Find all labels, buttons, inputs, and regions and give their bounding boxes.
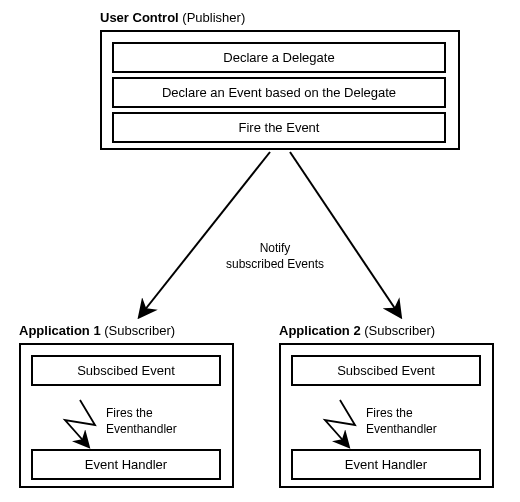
svg-line-0	[140, 152, 270, 316]
sub2-subscribed-event: Subscibed Event	[291, 355, 481, 386]
svg-line-1	[290, 152, 400, 316]
sub2-fire-line1: Fires the	[366, 406, 413, 420]
sub1-fire-label: Fires the Eventhandler	[106, 405, 216, 437]
notify-label: Notify subscribed Events	[195, 240, 355, 272]
sub1-title: Application 1 (Subscriber)	[19, 323, 175, 338]
sub1-event-handler: Event Handler	[31, 449, 221, 480]
sub2-event-handler: Event Handler	[291, 449, 481, 480]
sub2-title: Application 2 (Subscriber)	[279, 323, 435, 338]
sub1-role: (Subscriber)	[104, 323, 175, 338]
diagram-canvas: User Control (Publisher) Declare a Deleg…	[0, 0, 520, 502]
notify-line1: Notify	[260, 241, 291, 255]
sub1-subscribed-event: Subscibed Event	[31, 355, 221, 386]
sub2-fire-line2: Eventhandler	[366, 422, 437, 436]
sub1-fire-line1: Fires the	[106, 406, 153, 420]
sub1-name: Application 1	[19, 323, 101, 338]
sub1-fire-line2: Eventhandler	[106, 422, 177, 436]
sub2-name: Application 2	[279, 323, 361, 338]
notify-line2: subscribed Events	[226, 257, 324, 271]
sub2-fire-label: Fires the Eventhandler	[366, 405, 476, 437]
sub2-role: (Subscriber)	[364, 323, 435, 338]
